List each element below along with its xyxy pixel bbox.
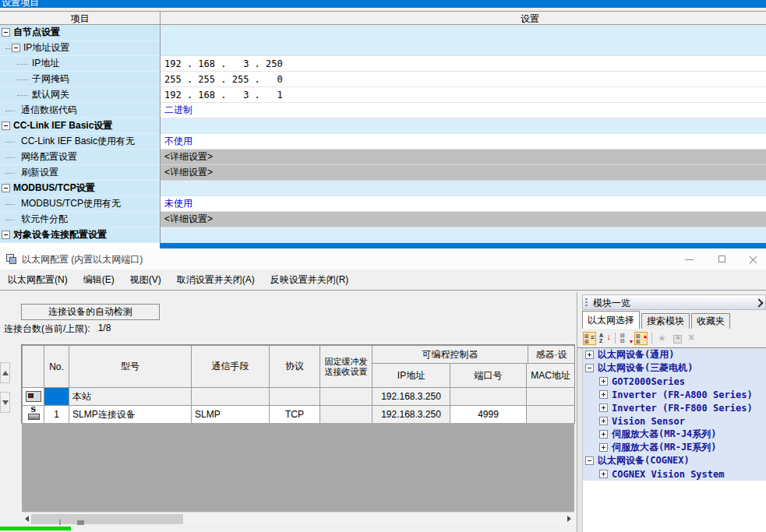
cell-port[interactable]: 4999 bbox=[450, 406, 526, 423]
auto-detect-button[interactable]: 连接设备的自动检测 bbox=[21, 304, 160, 320]
maximize-icon[interactable] bbox=[708, 248, 736, 270]
tree-item[interactable]: 伺服放大器(MR-J4系列) bbox=[583, 428, 766, 441]
expander-plus-icon[interactable] bbox=[599, 377, 608, 386]
setting-item-cell[interactable]: MODBUS/TCP使用有无 bbox=[0, 196, 160, 212]
tree-item[interactable]: Vision Sensor bbox=[583, 414, 766, 428]
cell-no[interactable] bbox=[44, 388, 69, 405]
tree-item[interactable]: 以太网设备(COGNEX) bbox=[583, 454, 766, 467]
cell-comm[interactable]: SLMP bbox=[192, 406, 269, 423]
setting-value-cell[interactable]: 未使用 bbox=[161, 196, 766, 212]
expander-plus-icon[interactable] bbox=[599, 443, 608, 452]
expander-minus-icon[interactable] bbox=[2, 122, 10, 130]
setting-value-cell[interactable] bbox=[161, 118, 766, 134]
setting-value-cell[interactable] bbox=[161, 181, 766, 196]
expand-tree-icon[interactable] bbox=[634, 332, 648, 345]
tab-搜索模块[interactable]: 搜索模块 bbox=[641, 313, 690, 329]
delete-icon[interactable] bbox=[686, 332, 699, 345]
tab-以太网选择[interactable]: 以太网选择 bbox=[582, 311, 640, 329]
tab-收藏夹[interactable]: 收藏夹 bbox=[691, 313, 730, 329]
menu-item[interactable]: 以太网配置(N) bbox=[8, 273, 68, 287]
setting-item-cell[interactable]: IP地址设置 bbox=[0, 41, 160, 56]
cell-mac[interactable] bbox=[527, 406, 574, 423]
scroll-up-button[interactable] bbox=[0, 362, 10, 383]
expander-minus-icon[interactable] bbox=[2, 184, 10, 192]
menu-item[interactable]: 视图(V) bbox=[130, 273, 161, 287]
setting-item-cell[interactable]: 刷新设置 bbox=[0, 165, 160, 181]
row-icon-cell[interactable] bbox=[23, 406, 44, 423]
tree-item[interactable]: COGNEX Vision System bbox=[583, 467, 766, 481]
setting-value-cell[interactable] bbox=[161, 227, 766, 243]
setting-value-cell[interactable]: <详细设置> bbox=[161, 150, 766, 165]
setting-item-cell[interactable]: 通信数据代码 bbox=[0, 103, 160, 118]
setting-value-cell[interactable] bbox=[161, 41, 766, 56]
settings-row[interactable]: MODBUS/TCP使用有无未使用 bbox=[0, 196, 766, 212]
setting-value-cell[interactable]: 二进制 bbox=[161, 103, 766, 118]
tree-item[interactable]: 以太网设备(通用) bbox=[583, 348, 766, 361]
chevron-right-icon[interactable] bbox=[754, 298, 763, 307]
setting-value-cell[interactable]: 不使用 bbox=[161, 134, 766, 150]
row-icon-cell[interactable] bbox=[23, 388, 44, 405]
setting-value-cell[interactable]: 255 . 255 . 255 . 0 bbox=[161, 72, 766, 87]
cell-mac[interactable] bbox=[527, 388, 574, 405]
setting-item-cell[interactable]: 软元件分配 bbox=[0, 212, 160, 227]
tree-item[interactable]: 以太网设备(三菱电机) bbox=[583, 361, 766, 375]
sort-az-icon[interactable] bbox=[598, 332, 611, 345]
setting-value-cell[interactable]: 192 . 168 . 3 . 1 bbox=[161, 87, 766, 103]
setting-value-cell[interactable]: <详细设置> bbox=[161, 212, 766, 227]
settings-row[interactable]: IP地址设置 bbox=[0, 41, 766, 56]
settings-row[interactable]: 默认网关192 . 168 . 3 . 1 bbox=[0, 87, 766, 103]
horizontal-scrollbar[interactable] bbox=[22, 512, 574, 525]
expander-minus-icon[interactable] bbox=[2, 28, 10, 37]
cell-buffer[interactable] bbox=[320, 388, 372, 405]
expander-plus-icon[interactable] bbox=[585, 351, 594, 359]
settings-row[interactable]: 对象设备连接配置设置 bbox=[0, 227, 766, 243]
settings-row[interactable]: CC-Link IEF Basic使用有无不使用 bbox=[0, 134, 766, 150]
tree-item[interactable]: Inverter (FR-A800 Series) bbox=[583, 388, 766, 401]
expander-minus-icon[interactable] bbox=[585, 456, 594, 465]
cell-no[interactable]: 1 bbox=[44, 406, 69, 423]
cell-model[interactable]: 本站 bbox=[69, 388, 191, 405]
expander-minus-icon[interactable] bbox=[2, 231, 10, 239]
settings-row[interactable]: 自节点设置 bbox=[0, 25, 766, 41]
minimize-icon[interactable] bbox=[675, 248, 703, 270]
tree-item[interactable]: Inverter (FR-F800 Series) bbox=[583, 401, 766, 414]
setting-item-cell[interactable]: 自节点设置 bbox=[0, 25, 160, 41]
setting-value-cell[interactable]: 192 . 168 . 3 . 250 bbox=[161, 56, 766, 72]
tree-item[interactable]: 伺服放大器(MR-JE系列) bbox=[583, 441, 766, 454]
cell-protocol[interactable]: TCP bbox=[270, 406, 319, 423]
settings-row[interactable]: 刷新设置<详细设置> bbox=[0, 165, 766, 181]
module-list-icon[interactable] bbox=[583, 332, 596, 345]
expander-plus-icon[interactable] bbox=[599, 470, 608, 478]
expander-plus-icon[interactable] bbox=[599, 403, 608, 412]
cell-comm[interactable] bbox=[192, 388, 269, 405]
favorite-icon[interactable] bbox=[656, 332, 669, 345]
tree-item[interactable]: GOT2000Series bbox=[583, 375, 766, 388]
cell-ip[interactable]: 192.168.3.250 bbox=[372, 388, 450, 405]
add-favorite-icon[interactable] bbox=[671, 332, 684, 345]
setting-item-cell[interactable]: CC-Link IEF Basic设置 bbox=[0, 118, 160, 134]
setting-value-cell[interactable] bbox=[161, 25, 766, 41]
scrollbar-thumb[interactable] bbox=[31, 514, 183, 524]
scroll-right-icon[interactable] bbox=[564, 513, 574, 526]
settings-row[interactable]: 软元件分配<详细设置> bbox=[0, 212, 766, 227]
scroll-down-button[interactable] bbox=[0, 392, 10, 413]
expander-plus-icon[interactable] bbox=[599, 417, 608, 425]
setting-item-cell[interactable]: 子网掩码 bbox=[0, 72, 160, 87]
setting-item-cell[interactable]: 网络配置设置 bbox=[0, 150, 160, 165]
close-icon[interactable] bbox=[739, 248, 766, 270]
cell-ip[interactable]: 192.168.3.250 bbox=[372, 406, 450, 423]
setting-item-cell[interactable]: 对象设备连接配置设置 bbox=[0, 227, 160, 243]
setting-item-cell[interactable]: 默认网关 bbox=[0, 87, 160, 103]
settings-row[interactable]: 网络配置设置<详细设置> bbox=[0, 150, 766, 165]
cell-buffer[interactable] bbox=[320, 406, 372, 423]
setting-value-cell[interactable]: <详细设置> bbox=[161, 165, 766, 181]
settings-row[interactable]: CC-Link IEF Basic设置 bbox=[0, 118, 766, 134]
panel-titlebar[interactable]: 模块一览 bbox=[582, 294, 766, 310]
collapse-tree-icon[interactable] bbox=[620, 332, 633, 345]
dialog-titlebar[interactable]: 以太网配置 (内置以太网端口) bbox=[0, 248, 766, 270]
setting-item-cell[interactable]: MODBUS/TCP设置 bbox=[0, 181, 160, 196]
menu-item[interactable]: 取消设置并关闭(A) bbox=[177, 273, 255, 287]
setting-item-cell[interactable]: CC-Link IEF Basic使用有无 bbox=[0, 134, 160, 150]
cell-protocol[interactable] bbox=[270, 388, 319, 405]
setting-item-cell[interactable]: IP地址 bbox=[0, 56, 160, 72]
